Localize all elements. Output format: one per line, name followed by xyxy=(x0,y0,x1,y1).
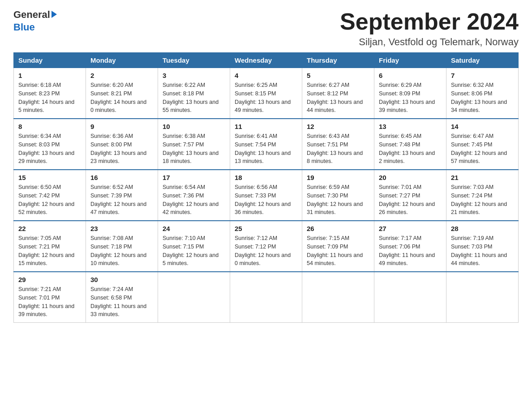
calendar-cell: 10 Sunrise: 6:38 AM Sunset: 7:57 PM Dayl… xyxy=(158,119,230,170)
weekday-header-row: Sunday Monday Tuesday Wednesday Thursday… xyxy=(14,53,519,68)
day-number: 17 xyxy=(163,174,225,181)
calendar-cell: 24 Sunrise: 7:10 AM Sunset: 7:15 PM Dayl… xyxy=(158,221,230,272)
calendar-cell: 9 Sunrise: 6:36 AM Sunset: 8:00 PM Dayli… xyxy=(86,119,158,170)
day-number: 23 xyxy=(90,225,153,232)
calendar-cell: 13 Sunrise: 6:45 AM Sunset: 7:48 PM Dayl… xyxy=(374,119,446,170)
day-number: 18 xyxy=(235,174,297,181)
week-row-4: 22 Sunrise: 7:05 AM Sunset: 7:21 PM Dayl… xyxy=(14,221,519,272)
day-info: Sunrise: 7:01 AM Sunset: 7:27 PM Dayligh… xyxy=(379,183,442,217)
day-number: 30 xyxy=(90,276,153,283)
week-row-1: 1 Sunrise: 6:18 AM Sunset: 8:23 PM Dayli… xyxy=(14,68,519,119)
calendar-title: September 2024 xyxy=(340,9,519,34)
calendar-cell: 6 Sunrise: 6:29 AM Sunset: 8:09 PM Dayli… xyxy=(374,68,446,119)
day-info: Sunrise: 7:15 AM Sunset: 7:09 PM Dayligh… xyxy=(307,234,369,268)
calendar-cell: 8 Sunrise: 6:34 AM Sunset: 8:03 PM Dayli… xyxy=(14,119,86,170)
day-info: Sunrise: 6:32 AM Sunset: 8:06 PM Dayligh… xyxy=(451,81,514,115)
day-number: 21 xyxy=(451,174,514,181)
day-number: 2 xyxy=(90,72,153,79)
header-tuesday: Tuesday xyxy=(158,53,230,68)
calendar-cell: 30 Sunrise: 7:24 AM Sunset: 6:58 PM Dayl… xyxy=(86,272,158,323)
day-info: Sunrise: 7:05 AM Sunset: 7:21 PM Dayligh… xyxy=(18,234,81,268)
day-info: Sunrise: 6:25 AM Sunset: 8:15 PM Dayligh… xyxy=(235,81,297,115)
calendar-cell: 21 Sunrise: 7:03 AM Sunset: 7:24 PM Dayl… xyxy=(446,170,519,221)
day-info: Sunrise: 6:50 AM Sunset: 7:42 PM Dayligh… xyxy=(18,183,81,217)
day-info: Sunrise: 7:17 AM Sunset: 7:06 PM Dayligh… xyxy=(379,234,442,268)
calendar-cell: 16 Sunrise: 6:52 AM Sunset: 7:39 PM Dayl… xyxy=(86,170,158,221)
calendar-cell: 12 Sunrise: 6:43 AM Sunset: 7:51 PM Dayl… xyxy=(302,119,374,170)
calendar-cell: 19 Sunrise: 6:59 AM Sunset: 7:30 PM Dayl… xyxy=(302,170,374,221)
calendar-cell: 20 Sunrise: 7:01 AM Sunset: 7:27 PM Dayl… xyxy=(374,170,446,221)
calendar-cell: 2 Sunrise: 6:20 AM Sunset: 8:21 PM Dayli… xyxy=(86,68,158,119)
day-info: Sunrise: 6:54 AM Sunset: 7:36 PM Dayligh… xyxy=(163,183,225,217)
calendar-cell xyxy=(230,272,302,323)
day-info: Sunrise: 6:47 AM Sunset: 7:45 PM Dayligh… xyxy=(451,132,514,166)
day-number: 11 xyxy=(235,123,297,130)
day-info: Sunrise: 6:43 AM Sunset: 7:51 PM Dayligh… xyxy=(307,132,369,166)
calendar-cell: 4 Sunrise: 6:25 AM Sunset: 8:15 PM Dayli… xyxy=(230,68,302,119)
calendar-cell xyxy=(302,272,374,323)
day-info: Sunrise: 7:12 AM Sunset: 7:12 PM Dayligh… xyxy=(235,234,297,268)
logo: General Blue xyxy=(13,9,57,33)
day-info: Sunrise: 6:41 AM Sunset: 7:54 PM Dayligh… xyxy=(235,132,297,166)
day-info: Sunrise: 6:36 AM Sunset: 8:00 PM Dayligh… xyxy=(90,132,153,166)
logo-general-text: General xyxy=(13,9,50,21)
calendar-cell: 1 Sunrise: 6:18 AM Sunset: 8:23 PM Dayli… xyxy=(14,68,86,119)
day-info: Sunrise: 6:20 AM Sunset: 8:21 PM Dayligh… xyxy=(90,81,153,115)
header-saturday: Saturday xyxy=(446,53,519,68)
calendar-cell: 23 Sunrise: 7:08 AM Sunset: 7:18 PM Dayl… xyxy=(86,221,158,272)
calendar-cell: 17 Sunrise: 6:54 AM Sunset: 7:36 PM Dayl… xyxy=(158,170,230,221)
day-info: Sunrise: 6:22 AM Sunset: 8:18 PM Dayligh… xyxy=(163,81,225,115)
week-row-2: 8 Sunrise: 6:34 AM Sunset: 8:03 PM Dayli… xyxy=(14,119,519,170)
day-info: Sunrise: 7:21 AM Sunset: 7:01 PM Dayligh… xyxy=(18,285,81,319)
week-row-3: 15 Sunrise: 6:50 AM Sunset: 7:42 PM Dayl… xyxy=(14,170,519,221)
calendar-cell: 7 Sunrise: 6:32 AM Sunset: 8:06 PM Dayli… xyxy=(446,68,519,119)
day-number: 4 xyxy=(235,72,297,79)
day-number: 26 xyxy=(307,225,369,232)
logo-blue-text: Blue xyxy=(13,21,35,33)
day-info: Sunrise: 7:08 AM Sunset: 7:18 PM Dayligh… xyxy=(90,234,153,268)
day-info: Sunrise: 6:56 AM Sunset: 7:33 PM Dayligh… xyxy=(235,183,297,217)
week-row-5: 29 Sunrise: 7:21 AM Sunset: 7:01 PM Dayl… xyxy=(14,272,519,323)
day-number: 5 xyxy=(307,72,369,79)
calendar-cell: 28 Sunrise: 7:19 AM Sunset: 7:03 PM Dayl… xyxy=(446,221,519,272)
day-number: 29 xyxy=(18,276,81,283)
calendar-cell: 3 Sunrise: 6:22 AM Sunset: 8:18 PM Dayli… xyxy=(158,68,230,119)
day-number: 3 xyxy=(163,72,225,79)
day-number: 22 xyxy=(18,225,81,232)
day-info: Sunrise: 6:34 AM Sunset: 8:03 PM Dayligh… xyxy=(18,132,81,166)
day-info: Sunrise: 7:24 AM Sunset: 6:58 PM Dayligh… xyxy=(90,285,153,319)
day-number: 24 xyxy=(163,225,225,232)
day-number: 1 xyxy=(18,72,81,79)
calendar-cell: 14 Sunrise: 6:47 AM Sunset: 7:45 PM Dayl… xyxy=(446,119,519,170)
day-info: Sunrise: 6:18 AM Sunset: 8:23 PM Dayligh… xyxy=(18,81,81,115)
calendar-subtitle: Siljan, Vestfold og Telemark, Norway xyxy=(340,36,519,48)
day-number: 20 xyxy=(379,174,442,181)
calendar-cell xyxy=(374,272,446,323)
day-number: 9 xyxy=(90,123,153,130)
calendar-cell xyxy=(446,272,519,323)
header-friday: Friday xyxy=(374,53,446,68)
header-wednesday: Wednesday xyxy=(230,53,302,68)
day-number: 28 xyxy=(451,225,514,232)
calendar-cell: 11 Sunrise: 6:41 AM Sunset: 7:54 PM Dayl… xyxy=(230,119,302,170)
header-thursday: Thursday xyxy=(302,53,374,68)
page-header: General Blue September 2024 Siljan, Vest… xyxy=(13,9,519,48)
day-info: Sunrise: 6:45 AM Sunset: 7:48 PM Dayligh… xyxy=(379,132,442,166)
day-number: 8 xyxy=(18,123,81,130)
day-number: 6 xyxy=(379,72,442,79)
day-info: Sunrise: 6:59 AM Sunset: 7:30 PM Dayligh… xyxy=(307,183,369,217)
day-number: 12 xyxy=(307,123,369,130)
calendar-cell: 29 Sunrise: 7:21 AM Sunset: 7:01 PM Dayl… xyxy=(14,272,86,323)
day-info: Sunrise: 6:52 AM Sunset: 7:39 PM Dayligh… xyxy=(90,183,153,217)
day-info: Sunrise: 7:19 AM Sunset: 7:03 PM Dayligh… xyxy=(451,234,514,268)
day-number: 25 xyxy=(235,225,297,232)
header-monday: Monday xyxy=(86,53,158,68)
logo-arrow-icon xyxy=(51,11,57,18)
day-info: Sunrise: 6:29 AM Sunset: 8:09 PM Dayligh… xyxy=(379,81,442,115)
calendar-cell xyxy=(158,272,230,323)
calendar-cell: 22 Sunrise: 7:05 AM Sunset: 7:21 PM Dayl… xyxy=(14,221,86,272)
header-sunday: Sunday xyxy=(14,53,86,68)
day-info: Sunrise: 7:10 AM Sunset: 7:15 PM Dayligh… xyxy=(163,234,225,268)
calendar-cell: 15 Sunrise: 6:50 AM Sunset: 7:42 PM Dayl… xyxy=(14,170,86,221)
calendar-cell: 18 Sunrise: 6:56 AM Sunset: 7:33 PM Dayl… xyxy=(230,170,302,221)
